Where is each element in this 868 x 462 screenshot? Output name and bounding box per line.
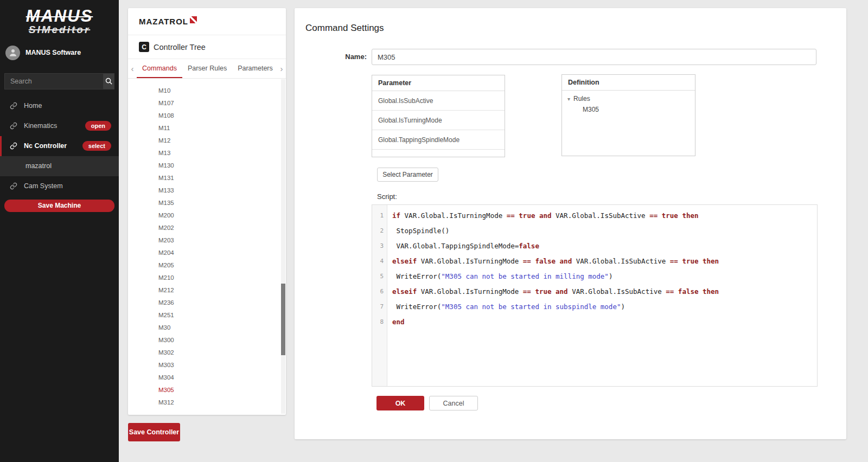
command-list: M10M107M108M11M12M13M130M131M133M135M200… <box>128 79 286 415</box>
name-label: Name: <box>326 53 367 61</box>
sidebar: MANUS SIMeditor MANUS Software <box>0 0 119 462</box>
link-icon <box>10 142 18 150</box>
command-item-m236[interactable]: M236 <box>128 297 286 309</box>
line-number: 3 <box>372 239 387 254</box>
code-line: if VAR.Global.IsTurningMode == true and … <box>392 208 817 223</box>
code-line: WriteError("M305 can not be started in s… <box>392 299 817 315</box>
cancel-button[interactable]: Cancel <box>429 396 478 410</box>
definition-node-rules[interactable]: ▾ Rules <box>562 91 695 102</box>
link-icon <box>10 182 18 190</box>
sidebar-item-nc-controller[interactable]: Nc Controller select <box>0 136 119 156</box>
tabs-scroll-right-icon[interactable]: › <box>277 59 286 78</box>
command-item-m12[interactable]: M12 <box>128 134 286 147</box>
line-number: 5 <box>372 269 387 284</box>
script-editor[interactable]: 12345678 if VAR.Global.IsTurningMode == … <box>372 204 818 387</box>
parameter-header: Parameter <box>372 75 505 91</box>
chevron-down-icon[interactable]: ▾ <box>567 96 570 102</box>
sidebar-nav: Home Kinematics open <box>0 96 119 196</box>
controller-tree-panel: MAZATROL C Controller Tree ‹ CommandsPar… <box>128 8 286 415</box>
line-number: 2 <box>372 223 387 239</box>
command-item-m131[interactable]: M131 <box>128 172 286 184</box>
definition-header: Definition <box>562 75 695 91</box>
definition-node-m305[interactable]: M305 <box>562 102 695 113</box>
link-icon <box>10 102 18 110</box>
parameter-list: Global.IsSubActiveGlobal.IsTurningModeGl… <box>372 91 505 150</box>
script-label: Script: <box>377 193 397 201</box>
sidebar-item-kinematics[interactable]: Kinematics open <box>0 116 119 136</box>
command-item-m203[interactable]: M203 <box>128 234 286 247</box>
select-badge: select <box>82 141 111 151</box>
user-row: MANUS Software <box>0 39 119 66</box>
command-item-m300[interactable]: M300 <box>128 334 286 347</box>
command-item-m135[interactable]: M135 <box>128 197 286 209</box>
app-root: MANUS SIMeditor MANUS Software <box>0 0 868 462</box>
code-line: elseif VAR.Global.IsTurningMode == true … <box>392 284 817 299</box>
line-number: 1 <box>372 208 387 223</box>
command-item-m133[interactable]: M133 <box>128 184 286 197</box>
tabs-scroll-left-icon[interactable]: ‹ <box>128 59 137 78</box>
name-input[interactable] <box>372 49 816 65</box>
mazatrol-brand: MAZATROL <box>139 17 188 26</box>
page-title: Command Settings <box>305 23 384 34</box>
command-item-m210[interactable]: M210 <box>128 272 286 284</box>
code-line: StopSpindle() <box>392 223 817 239</box>
tabs-row: ‹ CommandsParser RulesParametersVa › <box>128 59 286 79</box>
parameter-row[interactable]: Global.IsSubActive <box>372 91 505 111</box>
save-machine-button[interactable]: Save Machine <box>4 200 114 212</box>
line-number: 7 <box>372 299 387 315</box>
sidebar-item-label: Kinematics <box>24 122 57 130</box>
search-input[interactable] <box>4 73 103 89</box>
command-item-m130[interactable]: M130 <box>128 159 286 172</box>
scrollbar-thumb[interactable] <box>281 284 285 355</box>
command-item-m202[interactable]: M202 <box>128 222 286 234</box>
tab-parser-rules[interactable]: Parser Rules <box>182 59 232 78</box>
command-item-m305[interactable]: M305 <box>128 384 286 396</box>
code-line: WriteError("M305 can not be started in m… <box>392 269 817 284</box>
command-item-m302[interactable]: M302 <box>128 347 286 359</box>
code-line: VAR.Global.TappingSpindleMode=false <box>392 239 817 254</box>
logo-line-2: SIMeditor <box>0 24 119 36</box>
tab-commands[interactable]: Commands <box>137 59 182 78</box>
parameter-row[interactable]: Global.TappingSpindleMode <box>372 130 505 150</box>
command-item-m200[interactable]: M200 <box>128 209 286 222</box>
command-item-m13[interactable]: M13 <box>128 147 286 159</box>
mazatrol-logo-icon <box>190 16 197 23</box>
command-item-m11[interactable]: M11 <box>128 122 286 134</box>
line-number: 8 <box>372 315 387 330</box>
command-item-m303[interactable]: M303 <box>128 359 286 371</box>
command-item-m108[interactable]: M108 <box>128 110 286 122</box>
code-line: end <box>392 315 817 330</box>
controller-icon: C <box>139 42 149 52</box>
command-item-m312[interactable]: M312 <box>128 396 286 409</box>
command-item-m107[interactable]: M107 <box>128 97 286 110</box>
definition-panel: Definition ▾ Rules M305 <box>561 74 695 156</box>
user-icon <box>8 48 18 57</box>
command-item-m30[interactable]: M30 <box>128 322 286 334</box>
parameter-row[interactable]: Global.IsTurningMode <box>372 111 505 130</box>
sidebar-item-mazatrol[interactable]: mazatrol <box>0 156 119 176</box>
command-item-m10[interactable]: M10 <box>128 85 286 97</box>
sidebar-item-home[interactable]: Home <box>0 96 119 116</box>
editor-code[interactable]: if VAR.Global.IsTurningMode == true and … <box>387 205 817 386</box>
tab-list: CommandsParser RulesParametersVa <box>137 59 277 78</box>
editor-gutter: 12345678 <box>372 205 387 386</box>
select-parameter-button[interactable]: Select Parameter <box>377 168 438 182</box>
search-bar <box>4 73 114 89</box>
code-line: elseif VAR.Global.IsTurningMode == false… <box>392 254 817 269</box>
save-controller-button[interactable]: Save Controller <box>128 423 180 441</box>
command-item-m205[interactable]: M205 <box>128 259 286 272</box>
search-button[interactable] <box>103 73 114 89</box>
tree-title-row: C Controller Tree <box>128 35 286 59</box>
sidebar-item-label: Home <box>24 102 42 110</box>
open-badge: open <box>85 121 111 131</box>
tab-parameters[interactable]: Parameters <box>232 59 277 78</box>
command-item-m204[interactable]: M204 <box>128 247 286 259</box>
ok-button[interactable]: OK <box>376 396 424 410</box>
command-item-m304[interactable]: M304 <box>128 371 286 384</box>
link-icon <box>10 122 18 130</box>
brand-row: MAZATROL <box>128 8 286 35</box>
scrollbar-track[interactable] <box>281 79 285 414</box>
command-item-m212[interactable]: M212 <box>128 284 286 297</box>
sidebar-item-cam-system[interactable]: Cam System <box>0 176 119 196</box>
command-item-m251[interactable]: M251 <box>128 309 286 322</box>
